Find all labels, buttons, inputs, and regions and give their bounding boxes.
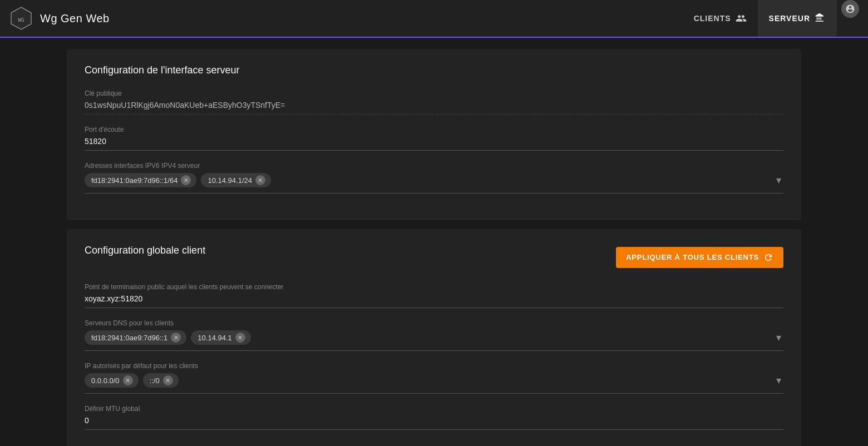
server-addresses-label: Adresses interfaces IPV6 IPV4 serveur bbox=[85, 162, 783, 170]
allowed-ip-tag-0: 0.0.0.0/0 ✕ bbox=[85, 373, 139, 388]
server-addresses-dropdown-arrow[interactable]: ▾ bbox=[774, 174, 783, 186]
dns-tags[interactable]: fd18:2941:0ae9:7d96::1 ✕ 10.14.94.1 ✕ ▾ bbox=[85, 330, 783, 351]
client-global-card: Configuration globale client APPLIQUER À… bbox=[67, 229, 801, 446]
app-logo: WG bbox=[9, 6, 33, 31]
allowed-ip-tag-1: ::/0 ✕ bbox=[143, 373, 179, 388]
endpoint-group: Point de terminaison public auquel les c… bbox=[85, 283, 783, 308]
remove-allowed-ip-0[interactable]: ✕ bbox=[123, 375, 133, 385]
account-icon bbox=[845, 4, 855, 14]
endpoint-input[interactable]: xoyaz.xyz:51820 bbox=[85, 294, 783, 308]
listen-port-group: Port d'écoute 51820 bbox=[85, 126, 783, 151]
allowed-ips-dropdown-arrow[interactable]: ▾ bbox=[774, 374, 783, 386]
remove-dns-0[interactable]: ✕ bbox=[171, 333, 181, 343]
listen-port-input[interactable]: 51820 bbox=[85, 137, 783, 151]
remove-server-address-0[interactable]: ✕ bbox=[181, 175, 191, 185]
refresh-icon bbox=[763, 252, 773, 262]
clients-label: CLIENTS bbox=[694, 14, 731, 23]
remove-server-address-1[interactable]: ✕ bbox=[255, 175, 265, 185]
server-nav-button[interactable]: SERVEUR bbox=[758, 0, 837, 37]
remove-allowed-ip-1[interactable]: ✕ bbox=[163, 375, 173, 385]
client-card-header: Configuration globale client APPLIQUER À… bbox=[85, 245, 783, 270]
server-addresses-tags[interactable]: fd18:2941:0ae9:7d96::1/64 ✕ 10.14.94.1/2… bbox=[85, 173, 783, 194]
mtu-label: Définir MTU global bbox=[85, 405, 783, 413]
apply-all-clients-button[interactable]: APPLIQUER À TOUS LES CLIENTS bbox=[616, 247, 783, 268]
svg-text:WG: WG bbox=[18, 17, 24, 23]
dns-group: Serveurs DNS pour les clients fd18:2941:… bbox=[85, 319, 783, 351]
public-key-value: 0s1wsNpuU1RlKgj6AmoN0aKUeb+aESByhO3yTSnf… bbox=[85, 101, 783, 115]
mtu-group: Définir MTU global 0 bbox=[85, 405, 783, 430]
allowed-ips-group: IP autorisés par défaut pour les clients… bbox=[85, 362, 783, 394]
public-key-group: Clé publique 0s1wsNpuU1RlKgj6AmoN0aKUeb+… bbox=[85, 90, 783, 115]
server-card-title: Configuration de l'interface serveur bbox=[85, 65, 783, 76]
listen-port-label: Port d'écoute bbox=[85, 126, 783, 133]
server-addresses-group: Adresses interfaces IPV6 IPV4 serveur fd… bbox=[85, 162, 783, 194]
main-content: Configuration de l'interface serveur Clé… bbox=[0, 38, 868, 446]
clients-icon bbox=[736, 13, 747, 24]
mtu-input[interactable]: 0 bbox=[85, 416, 783, 430]
public-key-label: Clé publique bbox=[85, 90, 783, 97]
server-address-tag-1: 10.14.94.1/24 ✕ bbox=[201, 173, 271, 187]
remove-dns-1[interactable]: ✕ bbox=[235, 333, 245, 343]
server-interface-card: Configuration de l'interface serveur Clé… bbox=[67, 49, 801, 220]
dns-tag-0: fd18:2941:0ae9:7d96::1 ✕ bbox=[85, 330, 186, 345]
client-card-title: Configuration globale client bbox=[85, 245, 205, 256]
logo-wrapper: WG Wg Gen Web bbox=[9, 6, 110, 31]
server-label: SERVEUR bbox=[769, 14, 810, 23]
server-address-tag-0: fd18:2941:0ae9:7d96::1/64 ✕ bbox=[85, 173, 196, 187]
user-avatar-button[interactable] bbox=[841, 0, 859, 18]
allowed-ips-label: IP autorisés par défaut pour les clients bbox=[85, 362, 783, 370]
dns-label: Serveurs DNS pour les clients bbox=[85, 319, 783, 327]
clients-nav-button[interactable]: CLIENTS bbox=[683, 0, 758, 37]
app-title: Wg Gen Web bbox=[40, 12, 110, 25]
topbar: WG Wg Gen Web CLIENTS SERVEUR bbox=[0, 0, 868, 38]
dns-dropdown-arrow[interactable]: ▾ bbox=[774, 331, 783, 344]
endpoint-label: Point de terminaison public auquel les c… bbox=[85, 283, 783, 291]
nav-links: CLIENTS SERVEUR bbox=[683, 0, 859, 37]
server-icon bbox=[815, 13, 826, 24]
allowed-ips-tags[interactable]: 0.0.0.0/0 ✕ ::/0 ✕ ▾ bbox=[85, 373, 783, 394]
dns-tag-1: 10.14.94.1 ✕ bbox=[191, 330, 250, 345]
